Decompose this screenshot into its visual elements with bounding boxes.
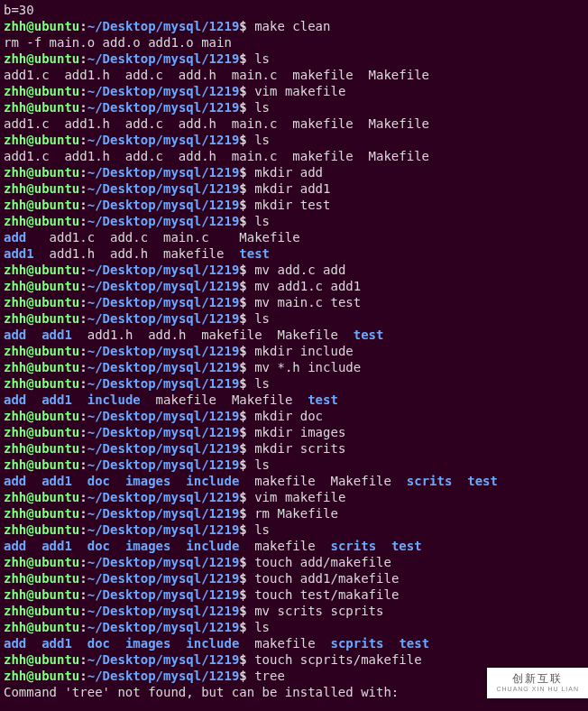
terminal-line: zhh@ubuntu:~/Desktop/mysql/1219$ touch t… <box>4 586 584 603</box>
terminal-line: zhh@ubuntu:~/Desktop/mysql/1219$ vim mak… <box>4 83 584 99</box>
terminal-line: add add1 include makefile Makefile test <box>4 392 584 408</box>
terminal-line: zhh@ubuntu:~/Desktop/mysql/1219$ ls <box>4 619 584 635</box>
terminal-line: add1 add1.h add.h makefile test <box>4 245 584 262</box>
terminal-line: zhh@ubuntu:~/Desktop/mysql/1219$ touch a… <box>4 554 584 570</box>
terminal-line: zhh@ubuntu:~/Desktop/mysql/1219$ ls <box>4 213 584 229</box>
terminal-line: zhh@ubuntu:~/Desktop/mysql/1219$ mv scri… <box>4 603 584 619</box>
terminal-line: add add1 doc images include makefile scr… <box>4 538 584 554</box>
terminal-line: zhh@ubuntu:~/Desktop/mysql/1219$ mv add1… <box>4 278 584 294</box>
watermark-text-en: CHUANG XIN HU LIAN <box>496 684 579 695</box>
terminal-line: zhh@ubuntu:~/Desktop/mysql/1219$ ls <box>4 375 584 392</box>
terminal-output[interactable]: b=30zhh@ubuntu:~/Desktop/mysql/1219$ mak… <box>0 0 588 702</box>
terminal-line: add add1.c add.c main.c Makefile <box>4 229 584 245</box>
terminal-line: zhh@ubuntu:~/Desktop/mysql/1219$ mv main… <box>4 294 584 310</box>
terminal-line: zhh@ubuntu:~/Desktop/mysql/1219$ mkdir a… <box>4 164 584 180</box>
terminal-line: zhh@ubuntu:~/Desktop/mysql/1219$ touch s… <box>4 651 584 668</box>
terminal-line: zhh@ubuntu:~/Desktop/mysql/1219$ mkdir s… <box>4 440 584 457</box>
terminal-line: add1.c add1.h add.c add.h main.c makefil… <box>4 148 584 164</box>
terminal-line: zhh@ubuntu:~/Desktop/mysql/1219$ ls <box>4 457 584 473</box>
watermark-badge: 创新互联 CHUANG XIN HU LIAN <box>487 668 588 698</box>
terminal-line: add1.c add1.h add.c add.h main.c makefil… <box>4 67 584 83</box>
terminal-line: zhh@ubuntu:~/Desktop/mysql/1219$ mkdir i… <box>4 424 584 440</box>
terminal-line: zhh@ubuntu:~/Desktop/mysql/1219$ mkdir t… <box>4 197 584 213</box>
terminal-line: b=30 <box>4 2 584 18</box>
terminal-line: zhh@ubuntu:~/Desktop/mysql/1219$ mkdir d… <box>4 408 584 424</box>
terminal-line: zhh@ubuntu:~/Desktop/mysql/1219$ mv add.… <box>4 262 584 278</box>
terminal-line: add1.c add1.h add.c add.h main.c makefil… <box>4 115 584 132</box>
terminal-line: zhh@ubuntu:~/Desktop/mysql/1219$ rm Make… <box>4 505 584 522</box>
terminal-line: zhh@ubuntu:~/Desktop/mysql/1219$ mkdir i… <box>4 343 584 359</box>
terminal-line: add add1 doc images include makefile Mak… <box>4 473 584 489</box>
terminal-line: zhh@ubuntu:~/Desktop/mysql/1219$ ls <box>4 522 584 538</box>
terminal-line: zhh@ubuntu:~/Desktop/mysql/1219$ ls <box>4 132 584 148</box>
terminal-line: add add1 add1.h add.h makefile Makefile … <box>4 327 584 343</box>
terminal-line: zhh@ubuntu:~/Desktop/mysql/1219$ make cl… <box>4 18 584 34</box>
terminal-line: zhh@ubuntu:~/Desktop/mysql/1219$ ls <box>4 310 584 327</box>
terminal-line: zhh@ubuntu:~/Desktop/mysql/1219$ mv *.h … <box>4 359 584 375</box>
terminal-line: zhh@ubuntu:~/Desktop/mysql/1219$ touch a… <box>4 570 584 586</box>
terminal-line: add add1 doc images include makefile scp… <box>4 635 584 651</box>
terminal-line: zhh@ubuntu:~/Desktop/mysql/1219$ ls <box>4 51 584 67</box>
terminal-line: zhh@ubuntu:~/Desktop/mysql/1219$ ls <box>4 99 584 115</box>
watermark-text-cn: 创新互联 <box>496 673 579 684</box>
terminal-line: rm -f main.o add.o add1.o main <box>4 34 584 51</box>
terminal-line: zhh@ubuntu:~/Desktop/mysql/1219$ vim mak… <box>4 489 584 505</box>
terminal-line: zhh@ubuntu:~/Desktop/mysql/1219$ mkdir a… <box>4 180 584 197</box>
